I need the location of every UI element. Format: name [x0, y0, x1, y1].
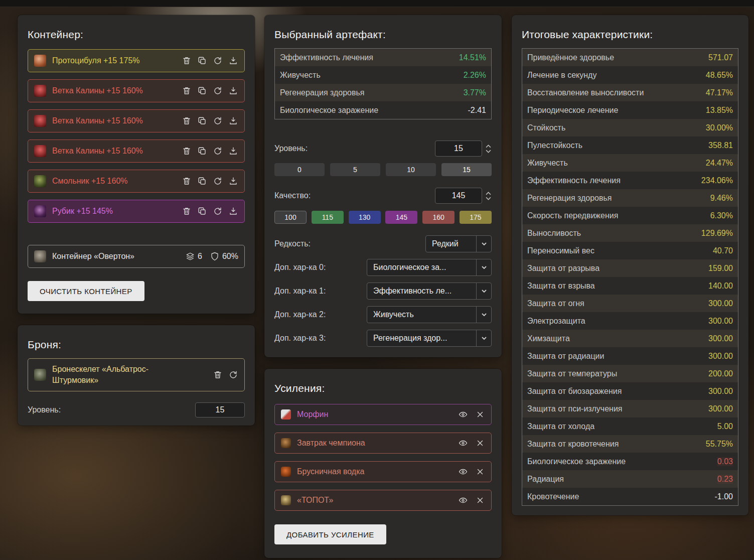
delete-artifact-button[interactable] — [182, 206, 192, 216]
stat-label: Эффективность лечения — [527, 176, 621, 185]
copy-artifact-button[interactable] — [197, 176, 207, 186]
buff-row[interactable]: Брусничная водка — [274, 461, 492, 482]
artifact-row[interactable]: Рубик +15 145% — [28, 200, 245, 223]
refresh-artifact-button[interactable] — [213, 206, 223, 216]
remove-buff-button[interactable] — [475, 438, 485, 448]
copy-artifact-button[interactable] — [197, 56, 207, 66]
delete-armor-button[interactable] — [213, 370, 223, 380]
artifact-panel-title: Выбранный артефакт: — [274, 28, 492, 41]
armor-item[interactable]: Бронескелет «Альбатрос-Штурмовик» — [28, 358, 245, 391]
remove-buff-button[interactable] — [475, 495, 485, 505]
toggle-buff-visibility-button[interactable] — [458, 409, 468, 419]
stat-label: Эффективность лечения — [280, 53, 373, 62]
eye-icon — [459, 467, 468, 476]
remove-buff-button[interactable] — [475, 467, 485, 477]
refresh-artifact-button[interactable] — [213, 146, 223, 156]
artifact-name: Рубик +15 145% — [52, 207, 113, 216]
copy-artifact-button[interactable] — [197, 86, 207, 96]
delete-artifact-button[interactable] — [182, 116, 192, 126]
refresh-artifact-button[interactable] — [213, 86, 223, 96]
layers-icon — [186, 252, 195, 261]
quality-option-button[interactable]: 100 — [274, 211, 307, 224]
download-artifact-button[interactable] — [228, 206, 238, 216]
artifact-name: Ветка Калины +15 160% — [52, 86, 143, 95]
buff-actions — [458, 409, 485, 419]
delete-artifact-button[interactable] — [182, 176, 192, 186]
stat-value: 9.46% — [710, 194, 733, 203]
stat-label: Электрозащита — [527, 317, 585, 326]
chevron-down-icon — [486, 197, 491, 200]
container-item[interactable]: Контейнер «Овертон» 6 60% — [28, 245, 245, 268]
total-stat-row: Эффективность лечения 234.06% — [522, 172, 738, 189]
refresh-artifact-button[interactable] — [213, 116, 223, 126]
level-spinner[interactable] — [486, 145, 492, 153]
extra-stat-label: Доп. хар-ка 0: — [274, 263, 326, 272]
totals-panel-title: Итоговые характеристики: — [522, 28, 738, 41]
quality-option-button[interactable]: 175 — [460, 211, 492, 224]
rarity-select[interactable]: Редкий — [425, 235, 492, 252]
buff-row[interactable]: Завтрак чемпиона — [274, 433, 492, 454]
stat-label: Радиация — [527, 475, 564, 484]
download-artifact-button[interactable] — [228, 56, 238, 66]
buff-row[interactable]: «ТОПОТ» — [274, 490, 492, 511]
stat-value: 300.00 — [708, 334, 733, 343]
stat-label: Химзащита — [527, 334, 570, 343]
rarity-value: Редкий — [426, 239, 476, 248]
artifact-row[interactable]: Ветка Калины +15 160% — [28, 79, 245, 102]
level-option-button[interactable]: 10 — [386, 163, 436, 176]
refresh-artifact-button[interactable] — [213, 56, 223, 66]
stat-value: 55.75% — [706, 440, 733, 449]
shield-icon — [210, 252, 219, 261]
stat-label: Защита от кровотечения — [527, 440, 619, 449]
stat-value: 48.65% — [706, 71, 733, 80]
quality-option-button[interactable]: 145 — [385, 211, 417, 224]
clear-container-button[interactable]: ОЧИСТИТЬ КОНТЕЙНЕР — [28, 281, 144, 301]
toggle-buff-visibility-button[interactable] — [458, 438, 468, 448]
stat-label: Биологическое заражение — [527, 457, 626, 466]
add-buff-button[interactable]: ДОБАВИТЬ УСИЛЕНИЕ — [274, 524, 386, 544]
quality-spinner[interactable] — [486, 192, 492, 200]
extra-stat-select[interactable]: Живучесть — [367, 306, 492, 323]
armor-level-input[interactable] — [195, 402, 245, 417]
refresh-armor-button[interactable] — [228, 370, 238, 380]
artifact-icon — [34, 145, 46, 157]
close-icon — [476, 439, 485, 448]
artifact-row[interactable]: Смольник +15 160% — [28, 170, 245, 193]
extra-stat-select[interactable]: Регенерация здор... — [367, 330, 492, 347]
artifact-row[interactable]: Ветка Калины +15 160% — [28, 139, 245, 163]
remove-buff-button[interactable] — [475, 409, 485, 419]
artifact-name: Ветка Калины +15 160% — [52, 147, 143, 156]
stat-label: Стойкость — [527, 123, 565, 132]
level-input[interactable] — [435, 141, 482, 157]
chevron-up-icon — [486, 145, 491, 148]
download-artifact-button[interactable] — [228, 116, 238, 126]
refresh-artifact-button[interactable] — [213, 176, 223, 186]
copy-artifact-button[interactable] — [197, 206, 207, 216]
delete-artifact-button[interactable] — [182, 146, 192, 156]
stat-label: Биологическое заражение — [280, 106, 378, 115]
download-artifact-button[interactable] — [228, 146, 238, 156]
quality-input[interactable] — [435, 188, 482, 204]
chevron-down-icon — [476, 307, 491, 323]
delete-artifact-button[interactable] — [182, 86, 192, 96]
download-artifact-button[interactable] — [228, 176, 238, 186]
copy-artifact-button[interactable] — [197, 116, 207, 126]
buff-row[interactable]: Морфин — [274, 404, 492, 425]
copy-artifact-button[interactable] — [197, 146, 207, 156]
level-option-button[interactable]: 5 — [330, 163, 380, 176]
quality-options: 100 115 130 145 160 175 — [274, 211, 492, 224]
quality-option-button[interactable]: 160 — [422, 211, 455, 224]
level-option-button[interactable]: 0 — [274, 163, 325, 176]
toggle-buff-visibility-button[interactable] — [458, 467, 468, 477]
artifact-row[interactable]: Протоцибуля +15 175% — [28, 49, 245, 72]
total-stat-row: Лечение в секунду 48.65% — [522, 66, 738, 84]
artifact-row[interactable]: Ветка Калины +15 160% — [28, 109, 245, 132]
delete-artifact-button[interactable] — [182, 56, 192, 66]
extra-stat-select[interactable]: Эффективность ле... — [367, 283, 492, 300]
quality-option-button[interactable]: 115 — [312, 211, 344, 224]
extra-stat-select[interactable]: Биологическое за... — [367, 259, 492, 276]
download-artifact-button[interactable] — [228, 86, 238, 96]
quality-option-button[interactable]: 130 — [349, 211, 381, 224]
toggle-buff-visibility-button[interactable] — [458, 495, 468, 505]
level-option-button[interactable]: 15 — [441, 163, 492, 176]
